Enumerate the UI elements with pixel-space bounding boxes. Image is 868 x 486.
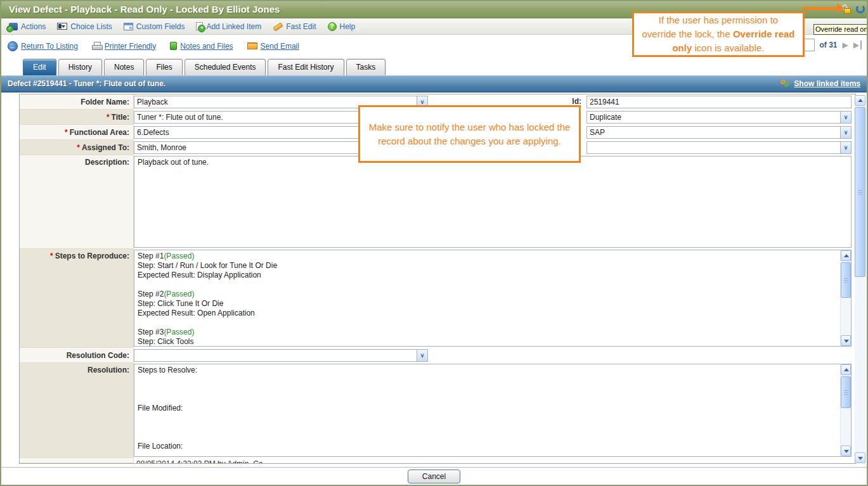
folder-name-label: Folder Name: [81,98,129,106]
steps-scrollbar[interactable] [840,250,851,346]
title-label: Title: [112,113,129,122]
id-field[interactable] [586,96,852,108]
record-header-bar: Defect #2519441 - Tuner *: Flute out of … [1,75,867,93]
page-title: View Defect - Playback - Read Only - Loc… [9,4,280,15]
add-linked-item-icon [196,22,203,30]
scroll-down-icon[interactable] [855,452,865,463]
tab-edit[interactable]: Edit [23,59,56,75]
scroll-down-icon[interactable] [841,445,851,456]
functional-area-label: Functional Area: [70,128,129,137]
resolution-scrollbar[interactable] [840,364,851,456]
actions-menu[interactable]: Actions [9,22,46,31]
show-linked-items-link[interactable]: Show linked items [780,79,860,88]
page-count-label: of 31 [820,41,838,49]
assigned-to-label: Assigned To: [82,143,129,152]
tab-tasks[interactable]: Tasks [346,59,386,75]
id-label: Id: [514,97,581,106]
return-to-listing-link[interactable]: ←Return To Listing [8,41,78,51]
notify-callout: Make sure to notify the user who has loc… [358,105,581,163]
add-linked-item-button[interactable]: Add Linked Item [196,22,261,31]
chevron-down-icon[interactable]: ∨ [840,142,851,153]
resolution-code-row: Resolution Code: ∨ [20,348,855,363]
tab-fast-edit-history[interactable]: Fast Edit History [268,59,344,75]
choice-lists-icon [57,23,67,30]
chevron-down-icon[interactable]: ∨ [417,350,427,361]
description-textarea[interactable]: Playback out of tune. [134,156,852,248]
scrollbar-thumb[interactable] [855,107,865,277]
chevron-down-icon[interactable]: ∨ [840,112,851,123]
status-select[interactable]: Duplicate∨ [586,111,852,124]
custom-fields-menu[interactable]: Custom Fields [124,22,185,31]
choice-lists-menu[interactable]: Choice Lists [57,22,112,31]
email-icon [247,42,257,49]
page-scrollbar[interactable] [855,95,865,463]
steps-to-reproduce-textarea[interactable]: Step #1(Passed) Step: Start / Run / Look… [134,250,852,347]
resolution-code-label: Resolution Code: [67,351,129,360]
tab-strip: Edit History Notes Files Scheduled Event… [1,57,867,75]
description-row: Description: Playback out of tune. [20,155,855,249]
scroll-up-icon[interactable] [841,250,851,261]
notes-icon [170,42,177,50]
chevron-down-icon[interactable]: ∨ [840,127,851,138]
steps-to-reproduce-row: *Steps to Reproduce: Step #1(Passed) Ste… [20,249,855,348]
override-read-only-tooltip: Override read only [813,24,868,35]
actions-icon [9,23,18,30]
callout-arrow-head [837,3,845,13]
scroll-down-icon[interactable] [841,335,851,346]
callout-arrow-line [802,7,838,10]
scroll-up-icon[interactable] [841,364,851,375]
tab-files[interactable]: Files [146,59,182,75]
last-record-icon[interactable]: ▶ [853,41,862,49]
view-defect-window: View Defect - Playback - Read Only - Loc… [0,0,868,486]
resolution-label: Resolution: [87,366,129,374]
help-icon: ? [328,22,337,31]
footer-bar: Cancel [1,467,867,485]
description-label: Description: [85,158,129,167]
help-button[interactable]: ?Help [328,22,356,31]
tab-notes[interactable]: Notes [104,59,144,75]
scrollbar-thumb[interactable] [841,376,851,408]
sap-select[interactable]: SAP∨ [586,126,852,139]
record-title: Defect #2519441 - Tuner *: Flute out of … [8,79,165,88]
back-icon: ← [8,41,18,51]
printer-friendly-link[interactable]: Printer Friendly [92,42,156,51]
fast-edit-icon [273,22,283,30]
scroll-up-icon[interactable] [855,95,865,106]
clipped-audit-row: 08/05/2014 4:32:03 PM by Admin, Co [20,458,855,463]
fast-edit-button[interactable]: Fast Edit [273,22,316,31]
tab-scheduled-events[interactable]: Scheduled Events [185,59,266,75]
empty-select[interactable]: ∨ [586,141,852,154]
scrollbar-thumb[interactable] [841,262,851,298]
linked-items-icon [780,79,791,88]
resolution-code-select[interactable]: ∨ [134,349,428,362]
steps-to-reproduce-label: Steps to Reproduce: [55,252,129,260]
resolution-row: Resolution: Steps to Resolve: File Modif… [20,363,855,458]
notes-and-files-link[interactable]: Notes and Files [170,42,233,51]
cancel-button[interactable]: Cancel [408,470,460,483]
tab-history[interactable]: History [58,59,102,75]
refresh-icon[interactable] [856,4,865,13]
lock-callout: If the user has permission to override t… [632,11,805,57]
resolution-textarea[interactable]: Steps to Resolve: File Modified: File Lo… [134,364,852,457]
send-email-link[interactable]: Send Email [247,42,299,51]
audit-text: 08/05/2014 4:32:03 PM by Admin, Co [136,459,262,463]
printer-icon [92,42,101,50]
next-record-icon[interactable]: ▶ [843,41,848,49]
custom-fields-icon [124,23,133,30]
